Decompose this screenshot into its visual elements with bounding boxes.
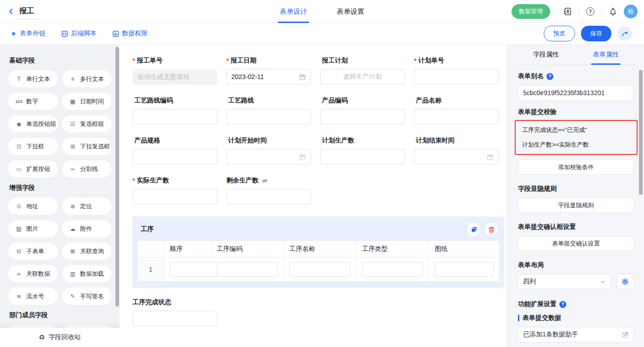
process-type-input[interactable] [362,262,423,277]
field-product-name[interactable]: 产品名称 [414,97,499,125]
display-rules-button[interactable]: 字段显隐规则 [518,198,634,213]
delete-subform-button[interactable] [485,223,498,236]
sidebar-item-subform[interactable]: ⊟子表单 [8,243,58,260]
plan-start-input[interactable]: 7 [226,149,311,165]
field-report-date[interactable]: *报工日期 2023-02-11 7 [226,57,311,85]
field-label: 实际生产数 [137,176,169,185]
tab-field-properties[interactable]: 字段属性 [516,45,576,64]
sidebar-item-number[interactable]: 123数字 [8,93,58,110]
panel-scrollbar[interactable] [639,70,643,195]
sidebar-item-single-line-text[interactable]: T单行文本 [8,70,58,87]
backend-script-button[interactable]: 后端脚本 [61,29,97,38]
validation-rule[interactable]: 工序完成状态=="已完成" [522,123,630,137]
sidebar-item-extend-button[interactable]: ▭扩展按钮 [8,160,58,177]
field-process-status[interactable]: 工序完成状态 [132,298,217,326]
plan-end-input[interactable]: 7 [414,149,499,165]
sidebar-item-relation-data[interactable]: ∞关联数据 [8,265,58,282]
help-question-icon[interactable]: ? [546,73,553,80]
sidebar-item-signature[interactable]: ✎手写签名 [62,288,111,305]
field-actual-qty[interactable]: *实际生产数 [132,176,217,205]
sidebar-item-select[interactable]: ⊡下拉框 [8,138,58,155]
tab-form-properties[interactable]: 表单属性 [576,45,636,64]
form-alias-input[interactable] [518,85,634,101]
copy-subform-button[interactable] [467,223,480,236]
sidebar-item-radio-group[interactable]: ◉单选按钮组 [8,115,58,132]
sidebar-item-serial-number[interactable]: ≋流水号 [8,288,58,305]
field-plan-end[interactable]: 计划结束时间 7 [414,137,499,165]
layout-select[interactable]: 四列 [518,274,611,289]
permission-icon [112,30,119,37]
process-status-input[interactable] [132,311,217,326]
sidebar-scrollbar[interactable] [115,47,119,307]
add-validation-button[interactable]: 添加校验条件 [518,159,634,175]
subform-process[interactable]: 工序 顺序 [132,216,504,288]
route-code-input[interactable] [132,109,217,125]
sidebar-item-multi-select[interactable]: ⊞下拉复选框 [62,138,111,155]
sidebar-item-relation-query[interactable]: ⊠关联查询 [62,243,111,260]
field-report-no[interactable]: *报工单号 [132,57,217,85]
svg-text:7: 7 [302,76,303,79]
field-label: 剩余生产数 [226,176,259,185]
help-question-icon[interactable]: ? [559,301,566,308]
sidebar-item-location[interactable]: ⊕定位 [62,198,111,215]
product-code-input[interactable] [320,109,405,125]
field-plan-start[interactable]: 计划开始时间 7 [226,137,311,165]
route-input[interactable] [226,109,311,125]
sidebar-item-divider[interactable]: ═分割线 [62,160,111,177]
field-plan-no[interactable]: *计划单号 [414,57,499,85]
sidebar-item-data-load[interactable]: ▥数据加载 [62,265,111,282]
validation-rule[interactable]: 计划生产数>=实际生产数 [522,137,630,152]
edit-icon[interactable] [622,331,629,338]
submit-data-assistant[interactable]: 已添加1条数据助手 [518,327,634,342]
product-name-input[interactable] [414,109,499,125]
report-no-input[interactable] [132,69,217,85]
sidebar-item-datetime[interactable]: ▦日期时间 [62,93,111,110]
submit-confirm-button[interactable]: 表单提交确认设置 [518,236,634,251]
drawing-input[interactable] [435,262,494,277]
actual-qty-input[interactable] [132,189,217,205]
field-product-spec[interactable]: 产品规格 [132,137,217,165]
data-manage-button[interactable]: 数据管理 [512,4,550,19]
process-code-input[interactable] [217,262,278,277]
report-plan-picker[interactable]: 选择生产计划 [320,69,405,85]
field-label: 报工单号 [137,57,162,65]
data-permission-button[interactable]: 数据权限 [112,29,148,38]
notification-bell-icon[interactable] [608,6,618,17]
sidebar-item-multiline-text[interactable]: ≡多行文本 [62,70,111,87]
form-external-link-button[interactable]: 表单外链 [10,29,46,38]
field-remain-qty[interactable]: 剩余生产数 [226,176,311,205]
field-product-code[interactable]: 产品编码 [320,97,405,125]
field-route[interactable]: 工艺路线 [226,97,311,125]
help-icon[interactable]: ? [585,6,595,17]
product-spec-input[interactable] [132,149,217,165]
sidebar-item-checkbox-group[interactable]: ☑复选框组 [62,115,111,132]
save-button[interactable]: 保存 [581,26,611,41]
field-plan-qty[interactable]: 计划生产数 [320,137,405,165]
report-date-input[interactable]: 2023-02-11 7 [226,69,311,85]
sidebar-item-attachment[interactable]: ☁附件 [62,220,111,237]
remain-qty-input[interactable] [226,189,311,205]
form-layout-title: 表单布局 [518,261,634,269]
contacts-icon[interactable] [563,6,573,17]
back-button[interactable] [7,8,15,15]
field-route-code[interactable]: 工艺路线编码 [132,97,217,125]
plan-qty-input[interactable] [320,149,405,165]
plan-no-input[interactable] [414,69,499,85]
sidebar-item-image[interactable]: ▨图片 [8,220,58,237]
layout-settings-button[interactable] [616,274,634,289]
page-title[interactable]: 报工 [19,7,34,15]
subform-icon: ⊟ [15,248,23,255]
divider-icon: ═ [69,166,77,172]
tab-form-design[interactable]: 表单设计 [280,0,307,23]
process-name-input[interactable] [289,262,351,277]
section-title-enhanced-fields: 增强字段 [9,184,111,192]
preview-button[interactable]: 预览 [544,26,575,41]
share-button[interactable] [617,26,632,41]
field-report-plan[interactable]: 报工计划 选择生产计划 [320,57,405,85]
avatar[interactable]: 检 [624,5,638,18]
field-recycle-bin-button[interactable]: ♻ 字段回收站 [0,328,120,347]
tab-form-settings[interactable]: 表单设置 [337,0,364,23]
validation-rules-highlight-box: 工序完成状态=="已完成" 计划生产数>=实际生产数 [515,120,638,155]
field-label: 报工计划 [322,57,348,65]
sidebar-item-address[interactable]: ⊙地址 [8,198,58,215]
